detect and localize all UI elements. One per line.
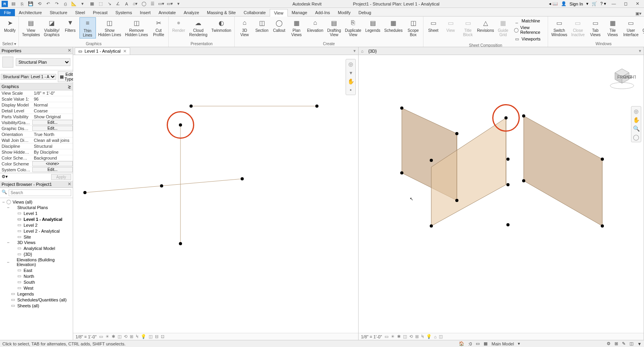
vs-icon[interactable]: Ϟ: [136, 334, 138, 339]
property-value[interactable]: Background: [32, 155, 73, 161]
sync-icon[interactable]: ⟲: [36, 1, 42, 7]
more2-icon[interactable]: ▭▾: [167, 1, 173, 7]
list-icon[interactable]: ☰: [149, 1, 156, 7]
tab-annotate[interactable]: Annotate: [155, 9, 180, 16]
nav-dd-icon[interactable]: ▾: [350, 70, 352, 76]
revisions-button[interactable]: △Revisions: [477, 17, 494, 33]
view-reference-button[interactable]: ◯View Reference: [512, 25, 546, 35]
property-row[interactable]: Scale Value 1:96: [0, 96, 73, 102]
tree-item[interactable]: ▭Level 2: [1, 222, 72, 228]
vs-icon[interactable]: ⌂: [434, 334, 437, 339]
nav-orbit-icon[interactable]: ◯: [633, 134, 639, 140]
vs-icon[interactable]: ▭: [385, 334, 388, 339]
status-icon[interactable]: ▼: [637, 341, 642, 346]
status-icon[interactable]: 🏠: [459, 341, 464, 346]
open2-icon[interactable]: ⎘: [19, 1, 25, 7]
open-icon[interactable]: ▤: [10, 1, 17, 7]
analytical-node[interactable]: [179, 242, 182, 245]
status-icon[interactable]: ◫: [629, 341, 633, 346]
save-icon[interactable]: 💾: [28, 1, 34, 7]
property-row[interactable]: System Color S...Edit...: [0, 167, 73, 173]
analytical-node[interactable]: [241, 177, 244, 180]
tree-item[interactable]: ▭West: [1, 285, 72, 291]
vs-icon[interactable]: ⊟: [155, 334, 158, 339]
vs-icon[interactable]: ✱: [112, 334, 115, 339]
property-row[interactable]: Parts VisibilityShow Original: [0, 114, 73, 120]
signin-dd-icon[interactable]: ▾: [586, 1, 589, 6]
analytical-node[interactable]: [315, 105, 318, 108]
remove-hidden-button[interactable]: ◫Remove Hidden Lines: [123, 17, 149, 38]
browser-close-icon[interactable]: ✕: [68, 182, 71, 187]
vs-icon[interactable]: ◫: [403, 334, 407, 339]
tab-view[interactable]: View: [270, 9, 288, 17]
filters-button[interactable]: ▼Filters: [62, 17, 79, 33]
analytical-node[interactable]: [83, 191, 86, 194]
drafting-button[interactable]: ▤Drafting View: [326, 17, 342, 38]
model-label[interactable]: Main Model: [491, 341, 514, 346]
vs-icon[interactable]: ⟲: [124, 334, 127, 339]
vp-tab-dd-icon[interactable]: ▾: [351, 48, 358, 53]
redo-icon[interactable]: ↷: [53, 1, 60, 7]
status-icon[interactable]: ▾: [518, 341, 520, 346]
circle-icon[interactable]: ◯: [141, 1, 147, 7]
property-edit-button[interactable]: Edit...: [32, 120, 73, 125]
tree-item[interactable]: ▭North: [1, 273, 72, 279]
status-icon[interactable]: ⊞: [615, 341, 618, 346]
tree-item[interactable]: ▭Level 2 - Analytical: [1, 228, 72, 234]
property-value[interactable]: Show Original: [32, 114, 73, 119]
vs-icon[interactable]: ☀: [391, 334, 395, 339]
vs-icon[interactable]: Ϟ: [421, 334, 424, 339]
vs-icon[interactable]: 💡: [426, 334, 432, 339]
analytical-node[interactable]: [601, 224, 604, 228]
tree-item[interactable]: ▭Site: [1, 234, 72, 240]
tree-twisty-icon[interactable]: −: [6, 260, 10, 264]
analytical-node[interactable]: [506, 183, 510, 186]
thin-lines-button[interactable]: ≡Thin Lines: [79, 17, 96, 39]
maximize-button[interactable]: ◻: [621, 1, 630, 7]
status-icon[interactable]: ▦: [484, 341, 488, 346]
nav-zoom-icon[interactable]: 🔍: [633, 125, 640, 132]
vs-icon[interactable]: ◫: [149, 334, 153, 339]
elevation-button[interactable]: ⌂Elevation: [305, 17, 325, 33]
property-value[interactable]: Coarse: [32, 108, 73, 114]
user-icon[interactable]: 👤: [561, 1, 567, 6]
property-value[interactable]: Clean all wall joins: [32, 138, 73, 143]
show-hidden-button[interactable]: ◫Show Hidden Lines: [97, 17, 123, 38]
status-icon[interactable]: ⚙: [607, 341, 611, 346]
tree-twisty-icon[interactable]: −: [2, 200, 6, 204]
status-icon[interactable]: ▭: [476, 341, 480, 346]
property-row[interactable]: Show Hidden L...By Discipline: [0, 149, 73, 155]
tree-twisty-icon[interactable]: −: [6, 240, 10, 245]
prop-tools-icon[interactable]: ⚙▾: [2, 174, 8, 180]
twinmotion-button[interactable]: ◐Twinmotion: [210, 17, 233, 33]
tab-structure[interactable]: Structure: [46, 9, 71, 16]
help-icon[interactable]: ? ▾: [600, 1, 606, 6]
vs-icon[interactable]: ✱: [397, 334, 401, 339]
analytical-node[interactable]: [179, 123, 182, 127]
status-icon[interactable]: ✎: [622, 341, 626, 346]
schedules-button[interactable]: ▦Schedules: [383, 17, 404, 33]
tab-systems[interactable]: Systems: [111, 9, 136, 16]
select-group-label[interactable]: Select ▾: [2, 41, 17, 47]
property-row[interactable]: OrientationTrue North: [0, 132, 73, 138]
dropdown-icon[interactable]: ▾: [79, 1, 86, 7]
analytical-node[interactable]: [430, 159, 433, 162]
tree-item[interactable]: ▭East: [1, 267, 72, 273]
tab-addins[interactable]: Add-Ins: [311, 9, 334, 16]
vp-home-icon[interactable]: ⌂: [359, 49, 366, 53]
tree-item[interactable]: −◯Views (all): [1, 199, 72, 205]
tab-insert[interactable]: Insert: [136, 9, 155, 16]
property-edit-button[interactable]: Edit...: [32, 167, 73, 172]
home-icon[interactable]: ⌂▾: [132, 1, 138, 7]
tree-item[interactable]: ▭Level 1 - Analytical: [1, 216, 72, 222]
property-row[interactable]: DisciplineStructural: [0, 143, 73, 149]
property-row[interactable]: View Scale1/8" = 1'-0": [0, 90, 73, 96]
scale-3d-label[interactable]: 1/8" = 1'-0": [361, 334, 382, 339]
tab-analyze[interactable]: Analyze: [180, 9, 203, 16]
tree-item[interactable]: −Elevations (Building Elevation): [1, 257, 72, 267]
3d-view-button[interactable]: ⌂3D View: [236, 17, 253, 38]
vs-icon[interactable]: ◫: [118, 334, 121, 339]
property-value[interactable]: 1/8" = 1'-0": [32, 90, 73, 96]
property-row[interactable]: Detail LevelCoarse: [0, 108, 73, 114]
ribbon-min-icon[interactable]: ▣▾: [633, 11, 644, 16]
